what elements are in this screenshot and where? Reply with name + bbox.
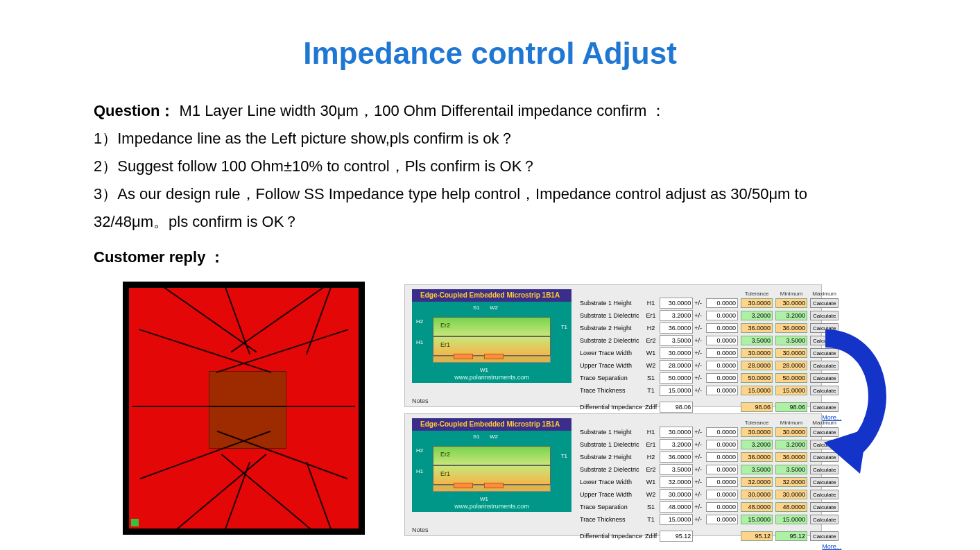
param-tolerance[interactable]: 0.0000: [706, 502, 738, 512]
param-row: Upper Trace WidthW2+/-0.000030.000030.00…: [578, 488, 843, 501]
calculate-button[interactable]: Calculate: [810, 311, 839, 320]
param-tolerance[interactable]: 0.0000: [706, 440, 738, 449]
zdiff-symbol: Zdiff: [644, 530, 658, 542]
param-tolerance[interactable]: 0.0000: [706, 311, 738, 320]
param-max: 36.0000: [775, 323, 807, 333]
notes-label: Notes: [412, 397, 429, 404]
param-tolerance[interactable]: 0.0000: [706, 477, 738, 487]
calculate-button[interactable]: Calculate: [810, 477, 839, 487]
zdiff-max: 95.12: [775, 531, 807, 541]
param-value-input[interactable]: [660, 427, 693, 438]
param-label: Substrate 2 Dielectric: [578, 463, 644, 476]
param-min: 30.0000: [741, 490, 773, 499]
param-symbol: H2: [644, 451, 658, 463]
param-value-input[interactable]: [660, 439, 693, 450]
param-tolerance[interactable]: 0.0000: [706, 361, 738, 370]
param-max: 3.2000: [775, 311, 807, 320]
param-max: 50.0000: [775, 373, 807, 383]
param-symbol: Er1: [644, 438, 658, 451]
param-tolerance[interactable]: 0.0000: [706, 348, 738, 358]
param-symbol: H1: [644, 297, 658, 309]
param-tolerance[interactable]: 0.0000: [706, 452, 738, 462]
dim-h1: H1: [416, 339, 423, 345]
pcb-chip: [209, 371, 286, 449]
impedance-calculator-after: Edge-Coupled Embedded Microstrip 1B1A Er…: [404, 413, 822, 536]
param-value-input[interactable]: [660, 372, 693, 384]
param-tolerance[interactable]: 0.0000: [706, 373, 738, 383]
param-value-input[interactable]: [660, 489, 693, 500]
calc-url: www.polarinstruments.com: [412, 503, 571, 510]
param-tolerance[interactable]: 0.0000: [706, 323, 738, 333]
zdiff-row: Differential ImpedanceZdiff98.0698.06Cal…: [578, 401, 843, 413]
param-label: Upper Trace Width: [578, 359, 644, 372]
slide-title: Impedance control Adjust: [0, 36, 980, 71]
calculate-button[interactable]: Calculate: [810, 502, 839, 512]
param-label: Upper Trace Width: [578, 488, 644, 501]
zdiff-min: 95.12: [741, 531, 773, 541]
param-tolerance[interactable]: 0.0000: [706, 386, 738, 395]
calculate-button[interactable]: Calculate: [810, 515, 839, 524]
calc-url: www.polarinstruments.com: [412, 374, 571, 381]
param-max: 36.0000: [775, 452, 807, 462]
param-value-input[interactable]: [660, 347, 693, 359]
question-label: Question：: [94, 102, 175, 119]
param-value-input[interactable]: [660, 323, 693, 334]
calculate-button[interactable]: Calculate: [810, 298, 839, 308]
param-value-input[interactable]: [660, 501, 693, 513]
zdiff-max: 98.06: [775, 402, 807, 412]
param-value-input[interactable]: [660, 298, 693, 309]
param-value-input[interactable]: [660, 476, 693, 488]
param-row: Upper Trace WidthW2+/-0.000028.000028.00…: [578, 359, 843, 372]
dim-h2: H2: [416, 447, 423, 454]
dim-t1: T1: [561, 324, 567, 330]
param-symbol: W1: [644, 347, 658, 359]
param-symbol: H2: [644, 322, 658, 334]
customer-reply-label: Customer reply ：: [94, 247, 225, 268]
param-value-input[interactable]: [660, 310, 693, 321]
param-value-input[interactable]: [660, 335, 693, 346]
param-value-input[interactable]: [660, 452, 693, 463]
layer-er1-label: Er1: [440, 470, 450, 477]
param-label: Trace Thickness: [578, 384, 644, 397]
param-symbol: S1: [644, 372, 658, 384]
param-label: Substrate 1 Dielectric: [578, 438, 644, 451]
param-tolerance[interactable]: 0.0000: [706, 298, 738, 308]
param-tolerance[interactable]: 0.0000: [706, 465, 738, 474]
param-row: Trace SeparationS1+/-0.000050.000050.000…: [578, 372, 843, 384]
zdiff-value[interactable]: [660, 531, 693, 542]
more-link[interactable]: More...: [822, 543, 841, 550]
param-value-input[interactable]: [660, 464, 693, 475]
zdiff-label: Differential Impedance: [578, 530, 644, 542]
param-label: Trace Separation: [578, 372, 644, 384]
param-tolerance[interactable]: 0.0000: [706, 490, 738, 499]
param-row: Trace SeparationS1+/-0.000048.000048.000…: [578, 501, 843, 513]
param-tolerance[interactable]: 0.0000: [706, 336, 738, 345]
question-3: 3）As our design rule，Follow SS Impedance…: [94, 180, 884, 236]
param-row: Trace ThicknessT1+/-0.000015.000015.0000…: [578, 513, 843, 526]
impedance-calculator-before: Edge-Coupled Embedded Microstrip 1B1A Er…: [404, 284, 822, 407]
question-2: 2）Suggest follow 100 Ohm±10% to control，…: [94, 153, 884, 180]
dim-s1: S1: [473, 304, 480, 311]
param-value-input[interactable]: [660, 360, 693, 371]
calculate-button[interactable]: Calculate: [810, 531, 839, 541]
zdiff-symbol: Zdiff: [644, 401, 658, 413]
diagram-trace-1: [454, 354, 473, 359]
param-tolerance[interactable]: 0.0000: [706, 515, 738, 524]
param-row: Lower Trace WidthW1+/-0.000030.000030.00…: [578, 347, 843, 359]
calc-diagram: Edge-Coupled Embedded Microstrip 1B1A Er…: [412, 289, 571, 383]
dim-w1: W1: [480, 496, 488, 502]
zdiff-value[interactable]: [660, 402, 693, 413]
param-value-input[interactable]: [660, 514, 693, 525]
param-symbol: W1: [644, 476, 658, 488]
param-max: 32.0000: [775, 477, 807, 487]
param-label: Trace Thickness: [578, 513, 644, 526]
param-value-input[interactable]: [660, 385, 693, 396]
diagram-trace-2: [484, 483, 504, 488]
calc-params-top: ToleranceMinimumMaximumSubstrate 1 Heigh…: [578, 291, 817, 422]
param-symbol: W2: [644, 488, 658, 501]
calculate-button[interactable]: Calculate: [810, 490, 839, 499]
param-min: 32.0000: [741, 477, 773, 487]
param-max: 48.0000: [775, 502, 807, 512]
layer-er1-label: Er1: [440, 341, 450, 348]
param-tolerance[interactable]: 0.0000: [706, 427, 738, 437]
